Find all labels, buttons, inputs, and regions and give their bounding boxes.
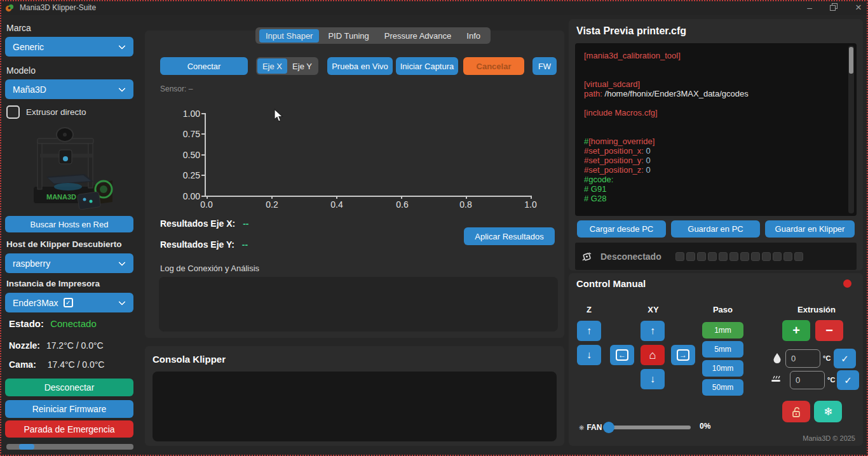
sample-checkbox-row: [675, 252, 803, 261]
hotend-temp-apply-button[interactable]: ✓: [834, 349, 856, 368]
sample-checkbox[interactable]: [783, 252, 792, 261]
eje-y-toggle[interactable]: Eje Y: [287, 58, 317, 74]
extrusor-directo-checkbox[interactable]: [6, 105, 20, 119]
chevron-down-icon: [118, 84, 125, 91]
x-plus-button[interactable]: →: [671, 345, 695, 365]
printer-cfg-preview[interactable]: [mania3d_calibration_tool] [virtual_sdca…: [575, 43, 857, 216]
estado-label: Estado:: [9, 318, 44, 329]
instancia-select[interactable]: Ender3Max ✓: [5, 293, 133, 312]
control-manual-card: Control Manual Z XY Paso Extrusión ↑ ↓ ↑…: [569, 273, 863, 446]
log-label: Log de Conexión y Análisis: [160, 264, 259, 273]
tab-input-shaper[interactable]: Input Shaper: [259, 29, 319, 43]
guardar-en-pc-button[interactable]: Guardar en PC: [671, 220, 760, 238]
y-tick-label: 0.75: [172, 129, 200, 139]
x-tick-label: 0.0: [194, 199, 219, 210]
record-indicator: [843, 279, 851, 288]
sample-checkbox[interactable]: [729, 252, 738, 261]
arrow-up-icon: ↑: [650, 325, 655, 337]
sidebar-horizontal-scrollbar[interactable]: [6, 444, 133, 450]
close-button[interactable]: ×: [855, 0, 862, 15]
app-logo-icon: [5, 3, 15, 13]
extrusor-directo-label: Extrusor directo: [26, 107, 86, 117]
tab-pid-tuning[interactable]: PID Tuning: [322, 29, 375, 43]
y-plus-button[interactable]: ↑: [641, 321, 665, 341]
cancelar-button[interactable]: Cancelar: [463, 57, 524, 75]
cfg-section: [homing_override]: [588, 137, 654, 146]
code-scrollbar[interactable]: [848, 46, 854, 213]
conectar-button[interactable]: Conectar: [160, 57, 248, 75]
sample-checkbox[interactable]: [697, 252, 706, 261]
bed-temp-input[interactable]: [790, 371, 825, 389]
sample-checkbox[interactable]: [686, 252, 695, 261]
desconectar-button[interactable]: Desconectar: [5, 379, 133, 396]
check-icon: ✓: [844, 375, 852, 386]
marca-value: Generic: [13, 42, 44, 52]
arrow-right-icon: →: [677, 349, 689, 361]
fan-slider-knob[interactable]: [603, 422, 614, 433]
retract-button[interactable]: −: [815, 320, 843, 341]
sample-checkbox[interactable]: [708, 252, 717, 261]
reiniciar-firmware-button[interactable]: Reiniciar Firmware: [5, 400, 133, 418]
x-tick-label: 1.0: [518, 199, 543, 210]
marca-select[interactable]: Generic: [5, 37, 133, 57]
cfg-key: #set_position_y:: [584, 156, 644, 165]
buscar-hosts-button[interactable]: Buscar Hosts en Red: [5, 216, 133, 232]
modelo-select[interactable]: Maña3D: [5, 79, 133, 99]
preview-card: Vista Previa printer.cfg [mania3d_calibr…: [569, 19, 863, 271]
nozzle-value: 17.2°C / 0.0°C: [46, 340, 104, 351]
guardar-en-klipper-button[interactable]: Guardar en Klipper: [765, 220, 855, 238]
scrollbar-thumb[interactable]: [19, 444, 34, 450]
z-up-button[interactable]: ↑: [577, 321, 601, 341]
sample-checkbox[interactable]: [740, 252, 749, 261]
fan-slider[interactable]: [604, 426, 691, 429]
paso-50mm-button[interactable]: 50mm: [702, 379, 743, 396]
x-tick-label: 0.8: [453, 199, 478, 210]
cfg-line: [mania3d_calibration_tool]: [584, 51, 857, 60]
bed-temp-icon: [771, 375, 781, 382]
host-select[interactable]: raspberry: [5, 253, 133, 273]
extrude-button[interactable]: +: [782, 320, 810, 341]
cfg-key: #set_position_x:: [584, 146, 644, 156]
x-minus-button[interactable]: ←: [610, 345, 634, 365]
restore-button[interactable]: [830, 0, 837, 15]
scrollbar-thumb[interactable]: [849, 47, 853, 74]
chevron-down-icon: [118, 258, 125, 265]
z-down-button[interactable]: ↓: [577, 345, 601, 365]
tab-bar: Input Shaper PID Tuning Pressure Advance…: [255, 27, 491, 44]
iniciar-captura-button[interactable]: Iniciar Captura: [396, 57, 458, 75]
parada-emergencia-button[interactable]: Parada de Emergencia: [5, 420, 133, 438]
tab-info[interactable]: Info: [460, 29, 487, 43]
sample-checkbox[interactable]: [751, 252, 760, 261]
cfg-line: [include Macros.cfg]: [584, 108, 857, 117]
resultados-y-value: --: [242, 239, 248, 250]
tab-pressure-advance[interactable]: Pressure Advance: [378, 29, 458, 43]
nozzle-label: Nozzle:: [9, 340, 40, 351]
cfg-line: # G91: [584, 184, 857, 194]
hotend-temp-input[interactable]: [785, 349, 820, 368]
titlebar: Mania3D Klipper-Suite – ×: [0, 0, 868, 15]
prueba-en-vivo-button[interactable]: Prueba en Vivo: [327, 57, 393, 75]
unlock-motors-button[interactable]: [782, 401, 810, 422]
bed-temp-apply-button[interactable]: ✓: [837, 370, 859, 390]
paso-10mm-button[interactable]: 10mm: [702, 360, 743, 377]
estado-value: Conectado: [50, 318, 97, 329]
home-icon: ⌂: [649, 349, 656, 362]
cfg-line: #gcode:: [584, 175, 857, 184]
fw-button[interactable]: FW: [532, 57, 557, 75]
sample-checkbox[interactable]: [675, 252, 684, 261]
minimize-button[interactable]: –: [807, 0, 812, 15]
cama-line: Cama: 17.4°C / 0.0°C: [9, 359, 104, 370]
sample-checkbox[interactable]: [762, 252, 771, 261]
cargar-desde-pc-button[interactable]: Cargar desde PC: [577, 220, 666, 238]
paso-5mm-button[interactable]: 5mm: [702, 341, 743, 358]
cooldown-button[interactable]: ❄: [814, 401, 842, 422]
home-button[interactable]: ⌂: [641, 345, 665, 365]
y-minus-button[interactable]: ↓: [641, 369, 665, 389]
aplicar-resultados-button[interactable]: Aplicar Resultados: [464, 227, 555, 245]
sample-checkbox[interactable]: [773, 252, 782, 261]
minus-icon: −: [825, 323, 833, 338]
paso-1mm-button[interactable]: 1mm: [702, 322, 743, 339]
eje-x-toggle[interactable]: Eje X: [257, 58, 287, 74]
sample-checkbox[interactable]: [719, 252, 728, 261]
sample-checkbox[interactable]: [794, 252, 803, 261]
